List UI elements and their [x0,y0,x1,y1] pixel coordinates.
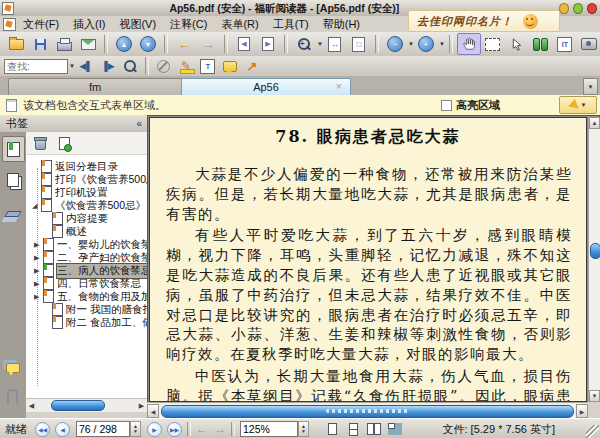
scroll-up-icon[interactable]: ▲ [589,117,600,129]
highlighter-caret[interactable]: ▼ [581,102,587,108]
layers-panel-button[interactable] [2,202,23,226]
zoom-spinner[interactable]: ▲▼ [298,421,309,437]
pages-panel-button[interactable] [2,168,23,192]
find-previous-button[interactable]: ◀▌ [75,57,97,76]
select-text-button[interactable]: IT [553,33,577,55]
minimize-button[interactable] [559,3,569,14]
bookmark-item[interactable]: ◢《饮食营养500忌》 [32,199,148,212]
add-bookmark-button[interactable] [54,134,74,152]
scrollbar-thumb[interactable] [161,405,574,418]
vertical-scrollbar[interactable]: ▲ ▼ [588,117,600,402]
zoom-in-button[interactable]: + [414,33,438,55]
zoom-out-button[interactable]: − [383,33,407,55]
select-annotation-button[interactable] [505,33,529,55]
bookmark-item[interactable]: ▶一、婴幼儿的饮食禁忌 [34,238,148,251]
highlighter-button[interactable]: ✎ [175,57,197,76]
bookmark-item[interactable]: ▶四、日常饮食禁忌 [34,277,148,290]
next-view-arrow-icon[interactable]: → [214,422,226,436]
close-button[interactable] [587,3,597,14]
scroll-left-icon[interactable]: ◀ [147,404,159,418]
ad-banner[interactable]: 去佳印网印名片！ [408,10,560,32]
marquee-zoom-button[interactable]: + [292,33,316,55]
collapse-sidebar-icon[interactable]: « [136,118,142,129]
scroll-down-icon[interactable]: ▼ [589,390,600,402]
next-page-button[interactable]: ▶ [147,422,162,437]
page-down-button[interactable]: ▼ [136,33,160,55]
go-forward-button[interactable]: → [196,33,220,55]
find-next-button[interactable]: ▐▶ [97,57,119,76]
continuous-facing-view-button[interactable] [386,421,404,438]
highlight-fields-checkbox[interactable] [441,100,452,111]
fit-page-button[interactable]: □ [347,33,371,55]
bookmark-item[interactable]: 内容提要 [43,212,148,225]
scrollbar-thumb[interactable] [590,243,600,259]
bookmark-item[interactable]: 附二 食品加工、储存 [43,316,148,329]
bookmark-item[interactable]: 附一 我国的膳食指南 [43,303,148,316]
tab-close-icon[interactable]: × [336,80,342,92]
print-button[interactable] [52,33,76,55]
typewriter-button[interactable]: T [197,57,219,76]
bookmark-item-selected[interactable]: ▶三、病人的饮食禁忌 [34,264,148,277]
menu-view[interactable]: 视图(V) [112,16,163,32]
tab-ap56[interactable]: Ap56 × [181,78,351,95]
bookmark-item[interactable]: 打印机设置 [32,186,148,199]
bookmark-item[interactable]: 打印《饮食营养500忌》 [32,173,148,186]
expand-arrow-icon[interactable]: ▶ [34,241,43,249]
next-view-button[interactable]: ▶ [256,33,280,55]
binoculars-button[interactable] [529,33,553,55]
bookmark-item[interactable]: 概述 [43,225,148,238]
pdf-page[interactable]: 78. 眼病患者忌吃大蒜 大蒜是不少人偏爱的一种食物，还常被用来防治某些疾病。但… [149,117,587,402]
document-icon[interactable] [3,18,16,31]
single-page-view-button[interactable] [323,421,341,438]
expand-arrow-icon[interactable]: ▶ [34,254,43,262]
first-page-button[interactable]: ◀◀ [35,422,50,437]
scrollbar-thumb[interactable] [51,400,105,411]
page-number-field[interactable] [76,421,130,437]
expand-arrow-icon[interactable]: ▶ [34,293,43,301]
attachments-panel-button[interactable] [2,384,23,408]
page-up-button[interactable]: ▲ [112,33,136,55]
highlighter-color-button[interactable]: ▼ [559,96,597,114]
zoom-in-caret[interactable]: ▼ [439,41,445,47]
loupe-tool-button[interactable] [481,33,505,55]
scroll-right-icon[interactable]: ▶ [576,404,588,418]
scroll-right-icon[interactable]: ▶ [136,402,147,410]
previous-view-button[interactable]: ◀ [232,33,256,55]
snapshot-button[interactable] [577,33,600,55]
menu-tools[interactable]: 工具(T) [266,16,316,32]
page-spinner[interactable]: ▲▼ [130,421,141,437]
previous-view-arrow-icon[interactable]: ← [196,422,208,436]
bookmarks-hscrollbar[interactable]: ◀ ▶ [26,398,147,412]
menu-comment[interactable]: 注释(C) [163,16,214,32]
expand-arrow-icon[interactable]: ▶ [34,267,43,275]
tab-fm[interactable]: fm [8,78,182,95]
bookmark-item[interactable]: ▶二、孕产妇的饮食禁忌 [34,251,148,264]
comments-panel-button[interactable] [2,356,23,380]
arrow-tool-button[interactable]: ↗ [241,57,263,76]
open-button[interactable] [4,33,28,55]
save-button[interactable] [28,33,52,55]
bookmarks-panel-button[interactable] [2,136,25,162]
tab-list-button[interactable]: ▼ [583,78,598,95]
previous-page-button[interactable]: ◀ [55,422,70,437]
collapse-arrow-icon[interactable]: ◢ [32,202,41,210]
find-input[interactable] [4,59,68,74]
scroll-left-icon[interactable]: ◀ [26,402,37,410]
horizontal-scrollbar[interactable]: ◀ ▶ [147,402,588,419]
continuous-view-button[interactable] [344,421,362,438]
email-button[interactable] [76,33,100,55]
go-back-button[interactable]: ← [172,33,196,55]
facing-view-button[interactable] [365,421,383,438]
menu-help[interactable]: 帮助(H) [316,16,367,32]
no-highlight-button[interactable] [153,57,175,76]
menu-insert[interactable]: 插入(I) [66,16,112,32]
bookmark-item[interactable]: 返回分卷目录 [32,160,148,173]
menu-file[interactable]: 文件(F) [16,16,66,32]
resize-grip[interactable] [586,425,599,438]
bookmark-item[interactable]: ▶五、食物的食用及加工 [34,290,148,303]
fit-width-button[interactable]: ↔ [323,33,347,55]
expand-arrow-icon[interactable]: ▶ [34,280,43,288]
restore-button[interactable] [573,3,583,14]
last-page-button[interactable]: ▶▶ [167,422,182,437]
zoom-level-field[interactable] [240,421,298,437]
